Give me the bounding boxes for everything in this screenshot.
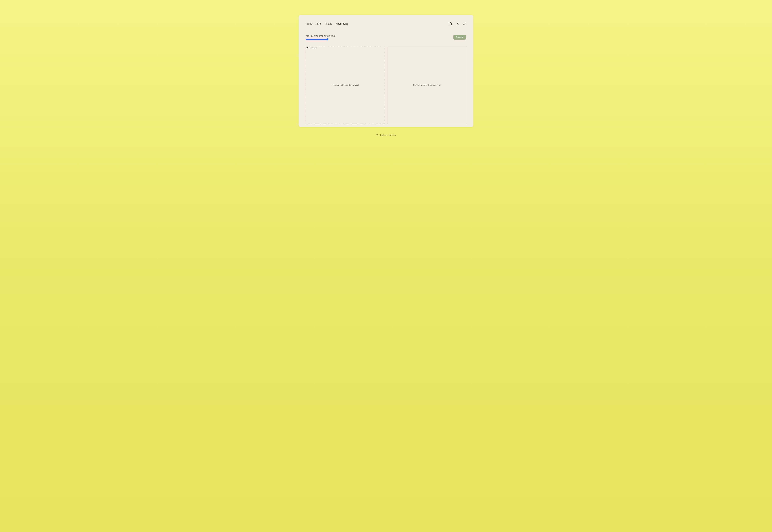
nav-playground[interactable]: Playground bbox=[335, 22, 348, 25]
x-icon[interactable] bbox=[456, 22, 459, 25]
slider-section: Max file size (max size is 9mb) bbox=[306, 35, 335, 41]
output-placeholder: Converted gif will appear here bbox=[413, 84, 441, 86]
dropzone-placeholder: Drag/select video to convert bbox=[332, 84, 359, 86]
footer-text: Captured with Arc bbox=[379, 134, 397, 136]
nav-posts[interactable]: Posts bbox=[315, 22, 321, 25]
sun-icon[interactable] bbox=[463, 22, 466, 25]
controls-row: Max file size (max size is 9mb) Convert bbox=[306, 35, 466, 41]
convert-button[interactable]: Convert bbox=[454, 35, 466, 40]
svg-point-3 bbox=[464, 23, 465, 24]
nav-photos[interactable]: Photos bbox=[325, 22, 332, 25]
arc-logo-icon bbox=[375, 134, 378, 136]
navigation: Home Posts Photos Playground bbox=[306, 22, 348, 25]
header: Home Posts Photos Playground bbox=[306, 22, 466, 25]
coffee-icon[interactable] bbox=[449, 22, 453, 25]
gif-output-panel: Converted gif will appear here bbox=[388, 46, 466, 124]
footer: Captured with Arc bbox=[375, 134, 397, 136]
slider-track bbox=[306, 39, 328, 40]
slider-label: Max file size (max size is 9mb) bbox=[306, 35, 335, 37]
header-icons bbox=[449, 22, 466, 25]
slider-thumb[interactable] bbox=[326, 38, 328, 40]
main-card: Home Posts Photos Playground bbox=[298, 15, 474, 127]
nav-home[interactable]: Home bbox=[306, 22, 312, 25]
panels: No file chosen Drag/select video to conv… bbox=[306, 46, 466, 124]
max-file-size-slider[interactable] bbox=[306, 38, 328, 41]
video-dropzone[interactable]: No file chosen Drag/select video to conv… bbox=[306, 46, 384, 124]
file-status: No file chosen bbox=[306, 47, 317, 49]
